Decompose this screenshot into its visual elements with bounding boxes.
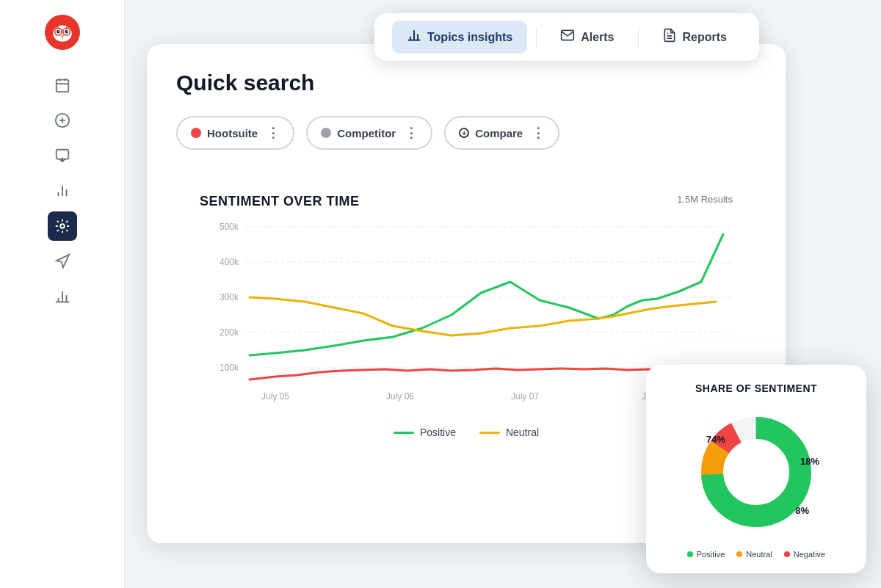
filters-row: Hootsuite ⋮ Competitor ⋮ + Compare ⋮ — [176, 116, 756, 150]
hootsuite-dot — [191, 128, 201, 138]
add-icon[interactable] — [48, 106, 77, 135]
negative-legend-label: Negative — [794, 550, 825, 559]
megaphone-icon[interactable] — [48, 247, 77, 276]
hootsuite-more-icon[interactable]: ⋮ — [267, 125, 280, 141]
neutral-legend-dot — [736, 551, 742, 557]
legend-positive-line — [394, 432, 414, 434]
sentiment-title: SHARE OF SENTIMENT — [664, 382, 849, 394]
tab-reports-label: Reports — [683, 31, 727, 44]
document-chart-icon — [662, 28, 677, 46]
svg-point-20 — [60, 224, 65, 228]
analytics-icon[interactable] — [48, 176, 77, 206]
tab-topics-insights-label: Topics insights — [427, 31, 512, 44]
neutral-percent: 18% — [800, 456, 819, 467]
top-nav: Topics insights Alerts Reports — [374, 13, 759, 61]
compare-dot: + — [459, 128, 469, 138]
negative-legend-dot — [784, 551, 790, 557]
legend-neutral-item: Neutral — [736, 550, 772, 559]
main-content: Topics insights Alerts Reports — [125, 0, 881, 588]
svg-text:300k: 300k — [220, 292, 239, 302]
tab-reports[interactable]: Reports — [648, 21, 742, 54]
negative-percent: 8% — [795, 505, 809, 516]
download-icon[interactable] — [48, 141, 77, 170]
envelope-icon — [560, 28, 575, 46]
donut-chart: 74% 18% 8% — [690, 406, 822, 538]
tab-topics-insights[interactable]: Topics insights — [392, 21, 527, 54]
svg-point-6 — [58, 31, 59, 32]
svg-point-4 — [57, 30, 60, 34]
competitor-dot — [321, 128, 331, 138]
calendar-icon[interactable] — [48, 70, 77, 100]
svg-point-7 — [66, 31, 68, 32]
legend-neutral-line — [479, 432, 500, 434]
legend-neutral-label: Neutral — [506, 427, 539, 438]
svg-rect-8 — [56, 80, 68, 92]
sentiment-card: SHARE OF SENTIMENT — [646, 365, 866, 573]
positive-legend-label: Positive — [697, 550, 725, 559]
bar-chart-icon[interactable] — [48, 282, 77, 311]
svg-text:500k: 500k — [220, 222, 239, 232]
chart-bar-icon — [407, 28, 421, 46]
nav-divider — [536, 26, 537, 48]
donut-svg — [690, 406, 822, 538]
legend-positive: Positive — [394, 427, 456, 438]
filter-compare[interactable]: + Compare ⋮ — [444, 116, 559, 150]
chart-title: SENTIMENT OVER TIME — [200, 194, 733, 209]
competitor-more-icon[interactable]: ⋮ — [405, 125, 418, 141]
nav-divider-2 — [638, 26, 639, 48]
svg-text:July 07: July 07 — [511, 391, 539, 402]
compare-more-icon[interactable]: ⋮ — [532, 125, 545, 141]
filter-hootsuite[interactable]: Hootsuite ⋮ — [176, 116, 294, 150]
filter-compare-label: Compare — [475, 127, 523, 139]
filter-competitor-label: Competitor — [337, 127, 396, 139]
filter-competitor[interactable]: Competitor ⋮ — [306, 116, 432, 150]
svg-text:200k: 200k — [220, 327, 239, 338]
svg-text:July 06: July 06 — [386, 391, 414, 402]
tab-alerts[interactable]: Alerts — [545, 21, 628, 54]
insights-icon[interactable] — [48, 211, 77, 241]
filter-hootsuite-label: Hootsuite — [207, 127, 258, 139]
logo — [45, 15, 80, 53]
svg-rect-15 — [56, 150, 68, 159]
tab-alerts-label: Alerts — [581, 31, 614, 44]
legend-neutral: Neutral — [479, 427, 539, 438]
legend-positive-item: Positive — [687, 550, 725, 559]
positive-legend-dot — [687, 551, 693, 557]
sentiment-legend: Positive Neutral Negative — [664, 550, 849, 559]
svg-text:100k: 100k — [220, 363, 239, 373]
svg-point-5 — [65, 30, 68, 34]
legend-negative-item: Negative — [784, 550, 825, 559]
positive-percent: 74% — [706, 434, 725, 445]
sidebar — [0, 0, 125, 588]
page-title: Quick search — [176, 70, 756, 95]
legend-positive-label: Positive — [420, 427, 456, 438]
svg-text:July 05: July 05 — [261, 391, 289, 402]
svg-point-49 — [724, 440, 788, 504]
chart-results: 1.5M Results — [677, 194, 733, 205]
neutral-legend-label: Neutral — [746, 550, 772, 559]
svg-text:400k: 400k — [220, 257, 239, 267]
